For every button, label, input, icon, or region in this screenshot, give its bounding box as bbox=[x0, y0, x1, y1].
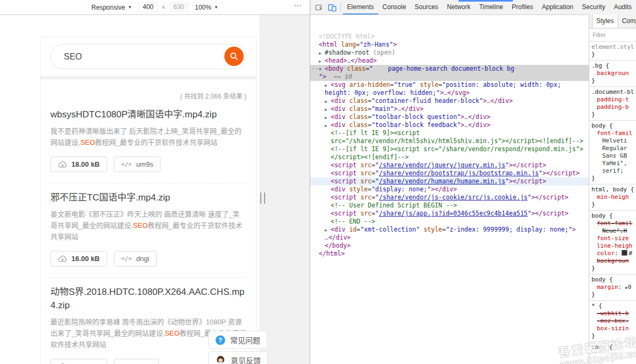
search-input[interactable] bbox=[51, 44, 246, 69]
elements-tree-line[interactable]: ···▼<body class=" page-home-search docum… bbox=[310, 65, 589, 73]
extract-code-button[interactable]: </> ypng bbox=[114, 359, 159, 364]
css-rule[interactable]: .bg {backgroun} bbox=[589, 61, 636, 87]
expand-closed-icon[interactable]: ▶ bbox=[325, 81, 327, 90]
css-rule[interactable]: element.styl} bbox=[589, 42, 636, 61]
elements-tree-line[interactable]: </body> bbox=[310, 242, 589, 250]
elements-tree-line[interactable]: ▶<div id="xmt-collection" style="z-index… bbox=[310, 226, 589, 234]
elements-tree-line[interactable]: ▶<svg aria-hidden="true" style="position… bbox=[310, 81, 589, 89]
emulated-viewport: ( 共找到 2,066 条结果 ) wbsysHDTC1080P清晰国语中字.m… bbox=[0, 15, 310, 364]
elements-tree-line[interactable]: <div style="display: none;"></div> bbox=[310, 185, 589, 194]
dashed-divider bbox=[50, 183, 246, 183]
tab-styles[interactable]: Styles bbox=[592, 14, 618, 28]
viewport-width-input[interactable]: 400 bbox=[138, 2, 158, 12]
elements-tree-line[interactable]: <script src="/share/vendor/humane/humane… bbox=[310, 177, 589, 185]
inspect-element-icon[interactable] bbox=[313, 1, 326, 14]
css-rule[interactable]: body {font-familNeue",Hfont-sizeline-hei… bbox=[589, 211, 636, 274]
devtools-tab-security[interactable]: Security bbox=[577, 0, 609, 13]
svg-text:?: ? bbox=[218, 336, 222, 344]
elements-tree-line[interactable]: src="/share/vendor/html5shiv/html5shiv.m… bbox=[310, 137, 589, 145]
device-toolbar-menu-icon[interactable]: ⋮ bbox=[295, 2, 300, 10]
extract-code-button[interactable]: </> um9s bbox=[114, 157, 161, 172]
search-box bbox=[50, 44, 246, 69]
elements-tree-line[interactable]: ▶<div class="main">…</div> bbox=[310, 105, 589, 113]
search-button[interactable] bbox=[224, 47, 244, 66]
elements-tree-line[interactable]: </html> bbox=[310, 250, 589, 258]
extract-code: um9s bbox=[136, 160, 153, 168]
zoom-select[interactable]: 100% ▼ bbox=[195, 4, 218, 11]
elements-tree-line[interactable]: <!DOCTYPE html> bbox=[310, 33, 589, 41]
css-rule[interactable]: body { bbox=[589, 342, 636, 353]
devtools-tab-profiles[interactable]: Profiles bbox=[508, 0, 538, 13]
toolbar-separator bbox=[340, 3, 341, 12]
device-mode-label: Responsive bbox=[91, 4, 125, 11]
css-rule[interactable]: .document-blpadding-tpadding-b} bbox=[589, 87, 636, 121]
devtools-tab-application[interactable]: Application bbox=[538, 0, 578, 13]
elements-tree-line[interactable]: <html lang="zh-Hans"> bbox=[310, 41, 589, 49]
download-size-button[interactable]: 20.00 kB bbox=[50, 359, 107, 364]
elements-tree-line[interactable]: "> == $0 bbox=[310, 73, 589, 81]
elements-tree-line[interactable]: </script><![endif]--> bbox=[310, 153, 589, 161]
elements-tree-line[interactable]: <!--[if lt IE 9]><script src="/share/ven… bbox=[310, 145, 589, 153]
viewport-height-input[interactable]: 630 bbox=[169, 2, 188, 12]
css-rule[interactable]: body {margin: ▶0} bbox=[589, 274, 636, 301]
tab-computed[interactable]: Compu bbox=[618, 14, 636, 28]
devtools-tab-network[interactable]: Network bbox=[443, 0, 475, 13]
elements-tree-line[interactable]: <!--[if lt IE 9]><script bbox=[310, 129, 589, 137]
elements-tree-line[interactable]: ▶<div class="toolbar-block question">…</… bbox=[310, 113, 589, 121]
expand-closed-icon[interactable]: ▶ bbox=[325, 114, 327, 122]
device-mode-select[interactable]: Responsive ▼ bbox=[91, 4, 132, 11]
elements-tree-line[interactable]: ▶<head>…</head> bbox=[310, 57, 589, 65]
devtools-tab-sources[interactable]: Sources bbox=[411, 0, 443, 13]
expand-closed-icon[interactable]: ▶ bbox=[325, 226, 327, 234]
expand-closed-icon[interactable]: ▶ bbox=[319, 57, 321, 65]
result-title[interactable]: 邪不压正TC国语中字.mp4.zip bbox=[50, 191, 246, 204]
expand-closed-icon[interactable]: ▶ bbox=[325, 98, 327, 106]
elements-tree-line[interactable]: <!-- User Defined Script BEGIN --> bbox=[310, 202, 589, 210]
question-circle-icon: ? bbox=[215, 335, 225, 345]
expand-closed-icon[interactable]: ▶ bbox=[325, 122, 327, 130]
expand-closed-icon[interactable]: ▶ bbox=[319, 49, 321, 57]
elements-tree-line[interactable]: <!-- END --> bbox=[310, 218, 589, 226]
devtools-tab-audits[interactable]: Audits bbox=[610, 0, 636, 13]
expand-closed-icon[interactable]: ▶ bbox=[325, 106, 327, 114]
expand-open-icon[interactable]: ▼ bbox=[319, 65, 321, 73]
extract-code-button[interactable]: </> dngi bbox=[114, 251, 157, 266]
elements-tree-line[interactable]: <script src="/share/vendor/js-cookie/src… bbox=[310, 194, 589, 202]
devtools-tab-timeline[interactable]: Timeline bbox=[475, 0, 508, 13]
elements-tree-line[interactable]: <script src="/share/js/app.js?id=0346c55… bbox=[310, 210, 589, 218]
search-section bbox=[41, 37, 256, 76]
elements-tree-line[interactable]: <script src="/share/vendor/jquery/jquery… bbox=[310, 161, 589, 169]
feedback-label: 意见反馈 bbox=[231, 355, 261, 364]
devtools-tab-elements[interactable]: Elements bbox=[343, 0, 378, 14]
elements-tree-line[interactable]: …</div> bbox=[310, 234, 589, 242]
download-size-button[interactable]: 16.00 kB bbox=[50, 251, 107, 266]
search-result-item: 邪不压正TC国语中字.mp4.zip 姜文新电影《邪不压正》昨天上映的 画质还算… bbox=[50, 191, 246, 278]
result-title[interactable]: wbsysHDTC1080P清晰国语中字.mp4.zip bbox=[50, 108, 246, 121]
color-swatch[interactable] bbox=[622, 250, 627, 256]
elements-tree-line[interactable]: <script src="/share/vendor/bootstrap/js/… bbox=[310, 169, 589, 177]
device-emulation-toolbar: Responsive ▼ 400 × 630 100% ▼ ⋮ bbox=[0, 0, 310, 15]
faq-button[interactable]: ? 常见问题 bbox=[208, 331, 267, 349]
highlighted-keyword: SEO bbox=[133, 221, 148, 229]
elements-tree-line[interactable]: ▶<div class="toolbar-block feedback">…</… bbox=[310, 121, 589, 129]
viewport-resize-handle[interactable] bbox=[260, 192, 265, 204]
chevron-down-icon: ▼ bbox=[214, 5, 218, 10]
search-results: ( 共找到 2,066 条结果 ) wbsysHDTC1080P清晰国语中字.m… bbox=[41, 91, 256, 364]
elements-tree-line[interactable]: ▶<div class="container-fluid header-bloc… bbox=[310, 97, 589, 105]
css-rule[interactable]: html, body {min-heigh} bbox=[589, 184, 636, 211]
top-blue-strip bbox=[458, 0, 513, 2]
highlighted-keyword: SEO bbox=[165, 329, 179, 337]
feedback-button[interactable]: 意见反馈 bbox=[208, 351, 268, 364]
devtools-tab-console[interactable]: Console bbox=[378, 0, 411, 13]
download-size-button[interactable]: 18.00 kB bbox=[50, 157, 107, 172]
zoom-level: 100% bbox=[195, 4, 211, 11]
css-rule[interactable]: body {font-familHelvetiRegularSans GBYaH… bbox=[589, 121, 636, 184]
section-divider bbox=[41, 76, 256, 79]
styles-filter-input[interactable]: Filter bbox=[589, 28, 636, 42]
device-mode-canvas bbox=[259, 15, 310, 364]
css-rule[interactable]: * {-webkit-b-moz-box-box-sizin} bbox=[589, 301, 636, 342]
toggle-device-toolbar-icon[interactable] bbox=[326, 1, 339, 14]
elements-tree-line[interactable]: height: 0px; overflow: hidden;">…</svg> bbox=[310, 89, 589, 97]
result-title[interactable]: 动物S界.2018.HDTC.1080P.X264.AAC.CHS.mp4.zi… bbox=[50, 285, 246, 312]
elements-tree-line[interactable]: ▶#shadow-root (open) bbox=[310, 49, 589, 57]
